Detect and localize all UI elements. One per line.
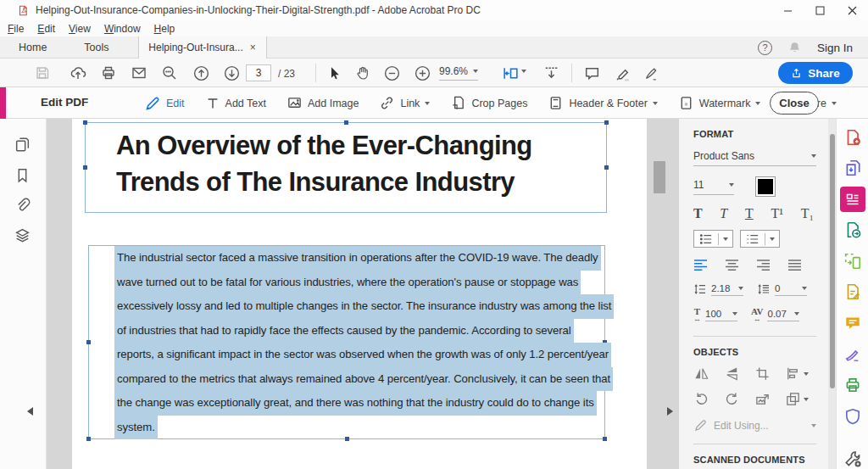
highlight-icon[interactable]: [614, 64, 632, 82]
align-right-button[interactable]: [756, 259, 771, 271]
link-button[interactable]: Link: [379, 95, 430, 111]
fit-width-icon[interactable]: [502, 64, 520, 82]
align-justify-button[interactable]: [787, 259, 802, 271]
fill-sign-icon[interactable]: [843, 344, 863, 365]
attachments-icon[interactable]: [14, 196, 31, 214]
edit-using-label: Edit Using...: [714, 420, 769, 432]
selection-handle[interactable]: [86, 437, 91, 441]
minimize-button[interactable]: [771, 0, 804, 20]
arrange-objects-icon[interactable]: [785, 391, 809, 407]
comment-tool-icon[interactable]: [843, 313, 863, 333]
previous-page-icon[interactable]: [192, 64, 210, 82]
layers-icon[interactable]: [14, 226, 31, 244]
sign-icon[interactable]: [643, 64, 660, 82]
underline-button[interactable]: T: [745, 206, 754, 221]
page-thumbnails-icon[interactable]: [14, 136, 31, 154]
zoom-in-icon[interactable]: [414, 64, 431, 82]
menu-file[interactable]: File: [8, 23, 24, 35]
superscript-button[interactable]: T¹: [771, 206, 783, 221]
comment-icon[interactable]: [583, 64, 601, 82]
more-tools-icon[interactable]: [843, 449, 863, 469]
bold-button[interactable]: T: [693, 206, 703, 221]
menu-help[interactable]: Help: [154, 23, 175, 35]
help-icon[interactable]: ?: [758, 41, 772, 55]
menu-view[interactable]: View: [69, 23, 91, 35]
cloud-upload-icon[interactable]: [70, 64, 86, 81]
menu-edit[interactable]: Edit: [37, 23, 55, 35]
maximize-button[interactable]: [804, 0, 836, 20]
selection-handle[interactable]: [83, 120, 87, 125]
rotate-clockwise-icon[interactable]: [724, 391, 740, 407]
selection-handle[interactable]: [83, 165, 87, 170]
email-icon[interactable]: [131, 64, 147, 81]
panel-scrollbar[interactable]: [828, 119, 836, 469]
numbered-list-select[interactable]: [740, 230, 780, 248]
toolbar-divider: [571, 64, 572, 82]
font-size-select[interactable]: 11: [693, 179, 734, 195]
tab-home[interactable]: Home: [0, 36, 65, 58]
sign-in-link[interactable]: Sign In: [817, 42, 853, 54]
flip-vertical-icon[interactable]: [724, 366, 740, 382]
font-color-swatch[interactable]: [756, 177, 775, 196]
close-edit-button[interactable]: Close: [770, 92, 819, 114]
selection-handle[interactable]: [604, 120, 609, 125]
export-pdf-icon[interactable]: [843, 221, 863, 241]
zoom-out-icon[interactable]: [383, 64, 401, 82]
next-page-icon[interactable]: [223, 64, 241, 82]
edit-using-control[interactable]: Edit Using...: [693, 418, 816, 433]
scan-ocr-icon[interactable]: [843, 251, 863, 271]
bullet-list-select[interactable]: [693, 230, 733, 248]
selection-handle[interactable]: [344, 120, 348, 125]
save-icon[interactable]: [34, 64, 51, 81]
print-production-icon[interactable]: [843, 375, 863, 395]
page-scrolling-icon[interactable]: [542, 64, 560, 82]
edit-tool-button[interactable]: Edit: [144, 95, 185, 112]
tab-document[interactable]: Helping-Out-Insura... ×: [138, 36, 267, 59]
select-tool-icon[interactable]: [326, 64, 342, 81]
tab-tools[interactable]: Tools: [65, 36, 127, 58]
fit-width-caret-icon[interactable]: [521, 70, 526, 73]
watermark-button[interactable]: Watermark: [678, 95, 761, 111]
bookmarks-icon[interactable]: [14, 166, 31, 184]
add-text-button[interactable]: Add Text: [205, 96, 266, 111]
panel-scrollbar-thumb[interactable]: [830, 134, 835, 388]
page-number-input[interactable]: 3: [246, 64, 271, 81]
horizontal-scale-control[interactable]: T↔ 100: [693, 307, 737, 323]
header-footer-button[interactable]: Header & Footer: [548, 95, 657, 111]
align-objects-icon[interactable]: [785, 366, 809, 382]
paragraph-spacing-control[interactable]: 0: [757, 282, 807, 296]
selection-handle[interactable]: [86, 340, 91, 344]
document-paragraph[interactable]: The industrial sector faced a massive tr…: [114, 246, 630, 439]
replace-image-icon[interactable]: [754, 391, 771, 407]
notifications-bell-icon[interactable]: [787, 41, 802, 55]
menu-window[interactable]: Window: [104, 23, 141, 35]
crop-pages-button[interactable]: Crop Pages: [450, 95, 527, 111]
edit-pdf-tool-icon[interactable]: [840, 187, 865, 211]
line-spacing-control[interactable]: 2.18: [693, 282, 743, 296]
print-icon[interactable]: [100, 64, 117, 81]
protect-icon[interactable]: [843, 406, 863, 427]
hand-tool-icon[interactable]: [354, 64, 371, 81]
font-family-select[interactable]: Product Sans: [693, 150, 816, 166]
rotate-counterclockwise-icon[interactable]: [693, 391, 709, 407]
prepare-form-icon[interactable]: [843, 282, 863, 303]
combine-files-icon[interactable]: [843, 159, 863, 179]
close-window-button[interactable]: [836, 0, 868, 20]
character-spacing-control[interactable]: AV↔ 0.07: [751, 307, 799, 323]
zoom-level-select[interactable]: 99.6%: [439, 65, 478, 81]
crop-object-icon[interactable]: [754, 366, 771, 382]
align-left-button[interactable]: [693, 259, 708, 271]
selection-handle[interactable]: [604, 165, 609, 170]
search-icon[interactable]: [161, 64, 178, 81]
document-scrollbar[interactable]: [654, 161, 665, 193]
expand-right-panel-icon[interactable]: [667, 407, 673, 416]
align-center-button[interactable]: [725, 259, 739, 271]
tab-close-icon[interactable]: ×: [250, 42, 256, 53]
collapse-left-panel-icon[interactable]: [27, 407, 33, 416]
share-button[interactable]: Share: [778, 62, 853, 84]
flip-horizontal-icon[interactable]: [693, 366, 709, 382]
add-image-button[interactable]: Add Image: [287, 95, 359, 111]
italic-button[interactable]: T: [720, 206, 727, 221]
subscript-button[interactable]: T₁: [801, 206, 814, 221]
create-pdf-icon[interactable]: [843, 127, 863, 148]
